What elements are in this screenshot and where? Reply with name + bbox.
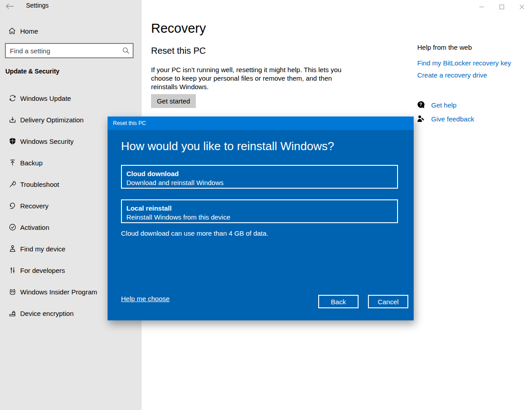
dialog-heading: How would you like to reinstall Windows? (121, 139, 334, 153)
sidebar-item-label: Delivery Optimization (20, 116, 84, 124)
sidebar-item-windows-update[interactable]: Windows Update (0, 89, 142, 107)
backup-icon (9, 159, 17, 167)
search-input[interactable] (6, 44, 119, 57)
get-started-button[interactable]: Get started (151, 94, 196, 108)
dialog-title: Reset this PC (108, 117, 414, 130)
page-title: Recovery (151, 21, 206, 36)
window-controls (471, 0, 532, 13)
close-button[interactable] (512, 0, 532, 13)
sidebar-item-label: Windows Insider Program (20, 288, 97, 296)
wrench-icon (9, 180, 17, 188)
cancel-dialog-button[interactable]: Cancel (368, 295, 408, 308)
get-help-label: Get help (431, 101, 457, 109)
sidebar-item-home[interactable]: Home (0, 23, 142, 39)
option-subtitle: Download and reinstall Windows (126, 178, 397, 187)
back-arrow-icon (5, 3, 18, 9)
back-dialog-button[interactable]: Back (318, 295, 359, 308)
local-reinstall-option[interactable]: Local reinstall Reinstall Windows from t… (121, 199, 398, 223)
dialog-body: How would you like to reinstall Windows?… (108, 130, 414, 320)
locate-device-icon (9, 245, 17, 253)
shield-icon (9, 137, 17, 145)
developers-icon (9, 266, 17, 274)
create-recovery-drive-link[interactable]: Create a recovery drive (417, 71, 487, 79)
minimize-icon (479, 4, 484, 9)
sidebar-item-label: Windows Update (20, 95, 71, 102)
maximize-icon (499, 4, 504, 9)
sidebar-item-label: Troubleshoot (20, 181, 59, 188)
get-help-link[interactable]: ? Get help (416, 100, 457, 109)
search-box (5, 43, 134, 58)
reset-description: If your PC isn’t running well, resetting… (151, 65, 355, 91)
search-icon (119, 47, 133, 54)
get-help-icon: ? (416, 100, 425, 109)
activation-icon (9, 223, 17, 231)
help-me-choose-link[interactable]: Help me choose (121, 295, 169, 302)
sidebar-item-label: Device encryption (20, 310, 74, 317)
back-button[interactable] (5, 1, 18, 12)
insider-cat-icon (9, 288, 17, 296)
close-icon (519, 4, 524, 9)
sync-icon (9, 94, 17, 102)
delivery-icon (9, 116, 17, 124)
sidebar-item-label: For developers (20, 267, 65, 274)
recovery-icon (9, 202, 17, 210)
option-title: Cloud download (126, 169, 397, 178)
svg-text:?: ? (420, 102, 422, 107)
option-subtitle: Reinstall Windows from this device (126, 213, 397, 222)
reset-this-pc-heading: Reset this PC (151, 46, 206, 56)
lock-icon (9, 309, 17, 317)
give-feedback-icon (416, 114, 425, 123)
give-feedback-label: Give feedback (431, 115, 474, 123)
home-icon (8, 27, 16, 35)
sidebar-item-label: Activation (20, 224, 49, 231)
settings-window: Settings Home Update & Security Windows … (0, 0, 532, 410)
sidebar-item-label: Home (20, 27, 38, 35)
minimize-button[interactable] (471, 0, 492, 13)
app-title: Settings (26, 2, 49, 9)
bitlocker-recovery-key-link[interactable]: Find my BitLocker recovery key (417, 59, 511, 67)
sidebar-item-label: Recovery (20, 202, 48, 210)
help-from-web-heading: Help from the web (417, 43, 472, 51)
reset-pc-dialog: Reset this PC How would you like to rein… (108, 117, 414, 320)
maximize-button[interactable] (492, 0, 512, 13)
option-title: Local reinstall (126, 203, 397, 213)
cloud-download-option[interactable]: Cloud download Download and reinstall Wi… (121, 165, 398, 189)
sidebar-item-label: Backup (20, 159, 43, 167)
sidebar-item-label: Windows Security (20, 138, 74, 145)
data-usage-note: Cloud download can use more than 4 GB of… (121, 229, 268, 237)
sidebar-section-title: Update & Security (5, 68, 60, 75)
sidebar-item-label: Find my device (20, 245, 65, 253)
give-feedback-link[interactable]: Give feedback (416, 114, 474, 123)
